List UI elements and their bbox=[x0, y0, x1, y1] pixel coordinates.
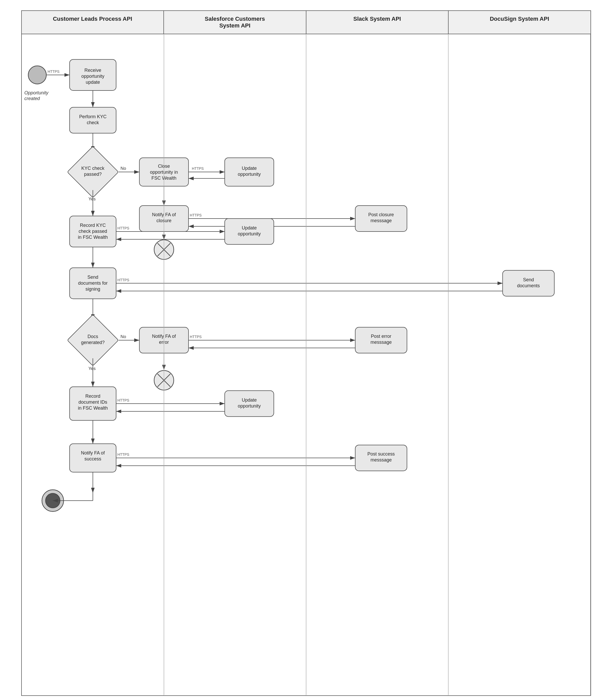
lane2 bbox=[164, 34, 306, 695]
lane1 bbox=[22, 34, 164, 695]
header-lane2: Salesforce CustomersSystem API bbox=[164, 11, 306, 34]
header-lane3: Slack System API bbox=[306, 11, 449, 34]
header-lane1: Customer Leads Process API bbox=[22, 11, 164, 34]
lane4 bbox=[448, 34, 590, 695]
header-row: Customer Leads Process API Salesforce Cu… bbox=[22, 11, 590, 34]
diagram-wrapper: Customer Leads Process API Salesforce Cu… bbox=[0, 0, 612, 700]
diagram-container: Customer Leads Process API Salesforce Cu… bbox=[21, 10, 591, 696]
header-lane4: DocuSign System API bbox=[448, 11, 590, 34]
lane3 bbox=[306, 34, 448, 695]
lanes-row: Opportunity created HTTPS Receive opport… bbox=[22, 34, 590, 695]
